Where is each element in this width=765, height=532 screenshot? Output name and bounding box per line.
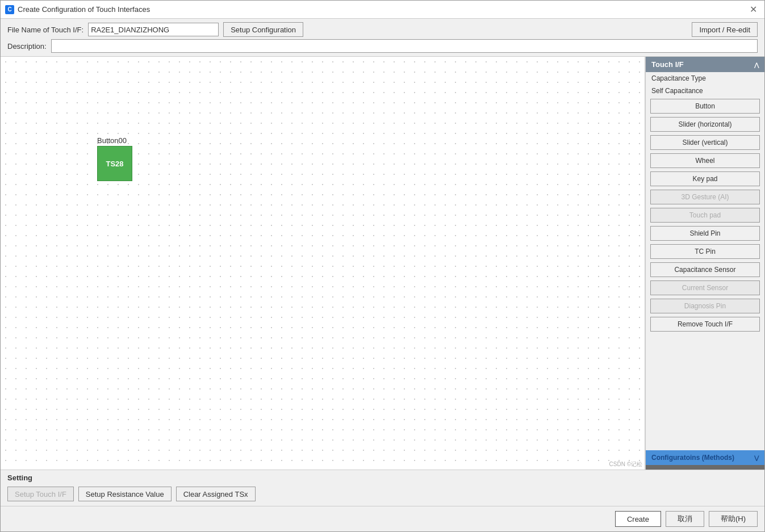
sidebar-header-label: Touch I/F (651, 60, 684, 69)
sidebar-btn-slider-v[interactable]: Slider (vertical) (650, 135, 760, 150)
import-redit-button[interactable]: Import / Re-edit (692, 22, 758, 37)
filename-input[interactable] (88, 23, 219, 36)
sidebar-collapse-icon[interactable] (754, 60, 759, 69)
capacitance-type-label: Capacitance Type (646, 72, 764, 85)
main-area: Button00 TS28 CSDN ©记松 Touch I/F Capacit… (1, 57, 764, 470)
sidebar-btn-slider-h[interactable]: Slider (horizontal) (650, 117, 760, 132)
close-button[interactable]: ✕ (746, 3, 760, 16)
setup-config-button[interactable]: Setup Configuration (223, 22, 303, 37)
app-icon: C (5, 5, 14, 14)
filename-label: File Name of Touch I/F: (7, 26, 83, 34)
setting-section: Setting Setup Touch I/F Setup Resistance… (1, 470, 764, 506)
sidebar-footer[interactable]: Configuratoins (Methods) (646, 450, 764, 465)
sidebar: Touch I/F Capacitance Type Self Capacita… (645, 57, 764, 470)
setting-label: Setting (1, 470, 764, 484)
sidebar-footer-label: Configuratoins (Methods) (651, 454, 734, 462)
setup-resistance-button[interactable]: Setup Resistance Value (78, 487, 172, 501)
window-title: Create Configuration of Touch Interfaces (18, 5, 150, 14)
footer-bar: Create 取消 帮助(H) (1, 506, 764, 531)
sidebar-btn-cap-sensor[interactable]: Capacitance Sensor (650, 262, 760, 277)
setting-buttons: Setup Touch I/F Setup Resistance Value C… (1, 484, 764, 506)
sidebar-btn-keypad[interactable]: Key pad (650, 171, 760, 186)
create-button[interactable]: Create (615, 511, 661, 527)
button-element-label: Button00 (97, 136, 127, 145)
sidebar-btn-current-sensor: Current Sensor (650, 280, 760, 295)
button-ts-label: TS28 (106, 160, 123, 168)
sidebar-footer-icon[interactable] (754, 454, 759, 462)
cancel-button[interactable]: 取消 (666, 511, 704, 527)
sidebar-header: Touch I/F (646, 57, 764, 72)
clear-assigned-tsx-button[interactable]: Clear Assigned TSx (176, 487, 256, 501)
sidebar-footer-bar (646, 465, 764, 470)
description-input[interactable] (51, 39, 758, 53)
self-capacitance-label: Self Capacitance (646, 85, 764, 97)
sidebar-btn-tc-pin[interactable]: TC Pin (650, 244, 760, 259)
sidebar-btn-diagnosis-pin: Diagnosis Pin (650, 299, 760, 313)
title-bar: C Create Configuration of Touch Interfac… (1, 1, 764, 19)
sidebar-btn-shield-pin[interactable]: Shield Pin (650, 226, 760, 241)
canvas-area[interactable]: Button00 TS28 CSDN ©记松 (1, 57, 645, 470)
description-label: Description: (7, 42, 47, 51)
sidebar-btn-wheel[interactable]: Wheel (650, 153, 760, 168)
sidebar-btn-touchpad: Touch pad (650, 208, 760, 223)
button-element[interactable]: Button00 TS28 (97, 136, 132, 181)
help-button[interactable]: 帮助(H) (709, 511, 758, 527)
watermark: CSDN ©记松 (609, 460, 642, 468)
title-bar-left: C Create Configuration of Touch Interfac… (5, 5, 150, 14)
sidebar-btn-remove-touch[interactable]: Remove Touch I/F (650, 317, 760, 332)
sidebar-btn-button[interactable]: Button (650, 99, 760, 114)
main-window: C Create Configuration of Touch Interfac… (0, 0, 765, 532)
button-block[interactable]: TS28 (97, 146, 132, 181)
sidebar-btn-3d-gesture: 3D Gesture (AI) (650, 190, 760, 204)
setup-touch-if-button: Setup Touch I/F (7, 487, 74, 501)
